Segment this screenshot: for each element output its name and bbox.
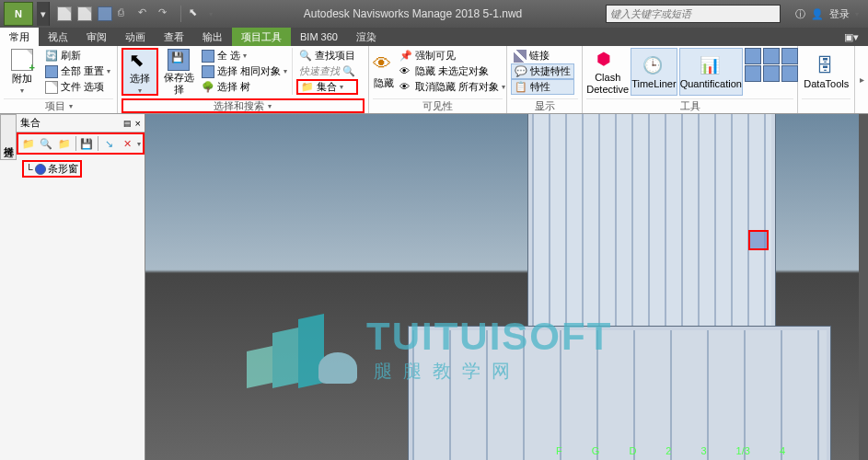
tab-viewpoint[interactable]: 视点 xyxy=(39,28,77,46)
properties-button[interactable]: 📋特性 xyxy=(511,79,574,95)
quick-find-input[interactable]: 快速查找🔍 xyxy=(296,63,358,79)
append-button[interactable]: + 附加 ▾ xyxy=(4,48,41,96)
import-icon[interactable]: ↘ xyxy=(101,135,118,152)
login-link[interactable]: 登录 xyxy=(829,7,850,21)
save-select-button[interactable]: 💾 保存选择 xyxy=(160,48,197,96)
tree-connector: └ xyxy=(26,164,33,175)
keyword-search-input[interactable] xyxy=(606,5,781,23)
select-cursor-icon[interactable]: ⬉ xyxy=(189,6,203,21)
file-options-button[interactable]: 文件 选项 xyxy=(42,79,113,95)
refresh-button[interactable]: 🔄刷新 xyxy=(42,48,113,63)
tool-btn-3[interactable] xyxy=(781,48,798,64)
user-icon[interactable]: 👤 xyxy=(811,8,824,20)
ribbon-expand[interactable]: ▸ xyxy=(855,46,868,113)
qat-customize[interactable]: ▾ xyxy=(209,10,213,18)
delete-icon[interactable]: ✕ xyxy=(120,135,136,152)
sets-panel-title: 集合 xyxy=(20,116,41,130)
select-all-button[interactable]: 全 选▾ xyxy=(199,48,290,63)
window-title: Autodesk Navisworks Manage 2018 5-1.nwd xyxy=(220,7,606,20)
select-same-button[interactable]: 选择 相同对象▾ xyxy=(199,63,290,79)
tool-btn-2[interactable] xyxy=(763,48,780,64)
link-icon xyxy=(514,50,527,63)
links-button[interactable]: 链接 xyxy=(511,48,574,63)
find-item-button[interactable]: 🔍查找项目 xyxy=(296,48,358,63)
tab-common[interactable]: 常用 xyxy=(0,28,39,46)
selected-element-marker[interactable] xyxy=(748,230,769,250)
quick-props-button[interactable]: 💬快捷特性 xyxy=(511,63,574,79)
qat-separator xyxy=(180,6,181,22)
tree-item-window[interactable]: └ 条形窗 xyxy=(22,160,82,178)
find-item-icon: 🔍 xyxy=(299,50,312,63)
panel-menu-icon[interactable]: ▤ xyxy=(123,119,132,128)
menu-bar: 常用 视点 审阅 动画 查看 输出 项目工具 BIM 360 渲染 ▣▾ xyxy=(0,28,868,46)
search-go-icon[interactable]: 🔍 xyxy=(342,65,355,77)
ribbon-toggle[interactable]: ▣▾ xyxy=(835,28,868,46)
panel-project-label[interactable]: 项目▾ xyxy=(4,98,113,113)
new-icon[interactable] xyxy=(57,6,72,21)
timeliner-icon: 🕒 xyxy=(642,55,665,77)
reset-all-button[interactable]: 全部 重置▾ xyxy=(42,63,113,79)
undo-icon[interactable]: ↶ xyxy=(138,6,153,21)
panel-datatools: 🗄 DataTools xyxy=(798,46,855,113)
tool-btn-4[interactable] xyxy=(745,65,761,82)
unhide-all-button[interactable]: 👁取消隐藏 所有对象▾ xyxy=(397,79,508,95)
viewport-3d[interactable]: TUITUISOFT 腿腿教学网 FGD 231/34 xyxy=(145,114,859,460)
login-drop[interactable]: ▾ xyxy=(855,10,859,18)
app-menu-drop[interactable]: ▾ xyxy=(37,2,50,26)
hide-unselected-button[interactable]: 👁隐藏 未选定对象 xyxy=(397,63,508,79)
save-select-icon: 💾 xyxy=(168,49,190,71)
tab-animation[interactable]: 动画 xyxy=(116,28,155,46)
quick-access-toolbar: ⎙ ↶ ↷ ⬉ ▾ xyxy=(50,6,220,22)
tool-btn-1[interactable] xyxy=(745,48,761,64)
save-set-icon[interactable]: 💾 xyxy=(79,135,96,152)
open-icon[interactable] xyxy=(77,6,92,21)
save-icon[interactable] xyxy=(98,6,112,21)
panel-visibility-label: 可见性 xyxy=(373,98,503,113)
tab-bim360[interactable]: BIM 360 xyxy=(291,28,347,46)
watermark: TUITUISOFT 腿腿教学网 xyxy=(247,312,612,385)
user-area: ⓘ 👤 登录 ▾ xyxy=(786,7,868,21)
require-visible-button[interactable]: 📌强制可见 xyxy=(397,48,508,63)
hide-button[interactable]: 👁 隐藏 xyxy=(373,48,395,96)
tree-item-label: 条形窗 xyxy=(48,162,78,176)
file-options-icon xyxy=(45,81,58,94)
clash-detective-button[interactable]: ⬢ Clash Detective xyxy=(586,48,629,96)
new-selection-set-icon[interactable]: 📁 xyxy=(56,135,73,152)
select-tree-button[interactable]: 🌳选择 树 xyxy=(199,79,290,95)
sets-button[interactable]: 📁集合▾ xyxy=(296,79,358,95)
print-icon[interactable]: ⎙ xyxy=(118,6,133,21)
panel-display-label: 显示 xyxy=(511,98,579,113)
select-tree-icon: 🌳 xyxy=(202,81,214,94)
tool-btn-6[interactable] xyxy=(781,65,798,82)
info-icon[interactable]: ⓘ xyxy=(795,7,805,21)
new-folder-icon[interactable]: 📁 xyxy=(20,135,37,152)
redo-icon[interactable]: ↷ xyxy=(158,6,173,21)
panel-project: + 附加 ▾ 🔄刷新 全部 重置▾ 文件 选项 项目▾ xyxy=(0,46,118,113)
tab-render[interactable]: 渲染 xyxy=(347,28,386,46)
tool-btn-5[interactable] xyxy=(763,65,780,82)
tab-review[interactable]: 审阅 xyxy=(77,28,116,46)
hide-icon: 👁 xyxy=(373,53,395,75)
datatools-button[interactable]: 🗄 DataTools xyxy=(802,48,851,96)
app-icon[interactable]: N xyxy=(4,2,33,26)
quantification-button[interactable]: 📊 Quantification xyxy=(679,48,743,96)
new-search-set-icon[interactable]: 🔍 xyxy=(39,135,55,152)
panel-select-search-label[interactable]: 选择和搜索▾ xyxy=(122,98,365,113)
sets-panel-header: 集合 ▤ × xyxy=(17,114,145,132)
tab-output[interactable]: 输出 xyxy=(193,28,232,46)
ribbon: + 附加 ▾ 🔄刷新 全部 重置▾ 文件 选项 项目▾ ⬉ 选择 ▾ 💾 保存选… xyxy=(0,46,868,114)
panel-close-icon[interactable]: × xyxy=(135,118,141,129)
unhide-all-icon: 👁 xyxy=(399,81,412,94)
require-visible-icon: 📌 xyxy=(399,50,412,63)
selection-set-icon xyxy=(35,164,46,175)
sets-tree[interactable]: └ 条形窗 xyxy=(17,155,145,183)
tab-view[interactable]: 查看 xyxy=(155,28,193,46)
timeliner-button[interactable]: 🕒 TimeLiner xyxy=(631,48,677,96)
tab-item-tools[interactable]: 项目工具 xyxy=(232,28,291,46)
grid-labels: FGD 231/34 xyxy=(556,445,785,456)
select-same-icon xyxy=(202,65,214,78)
selection-tree-tab[interactable]: 选择树 xyxy=(0,114,17,160)
quantification-icon: 📊 xyxy=(700,55,722,77)
select-button[interactable]: ⬉ 选择 ▾ xyxy=(122,48,158,96)
append-drop: ▾ xyxy=(20,86,24,95)
